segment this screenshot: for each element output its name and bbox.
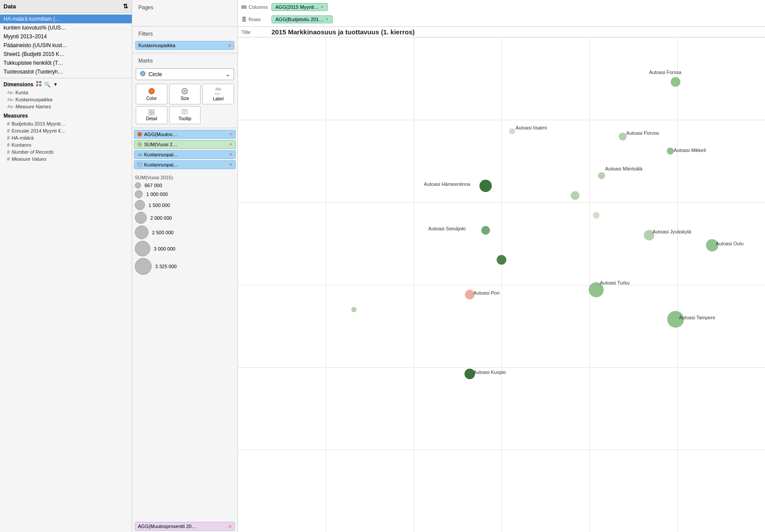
columns-label: Columns <box>249 4 267 10</box>
measure-item-0[interactable]: #Budjetoitu 2015 Myynti… <box>0 120 132 127</box>
legend-items: 667 0001 000 0001 500 0002 000 0002 500 … <box>135 181 235 276</box>
data-source-item-paaineisto[interactable]: Pääaineisto (UUSIN kust… <box>0 41 132 50</box>
dimensions-grid-icon[interactable] <box>36 81 41 88</box>
data-source-item-sheet1[interactable]: Sheet1 (Budjetti 2015 K… <box>0 50 132 59</box>
sort-icon[interactable]: ⇅ <box>123 3 128 10</box>
bubble-seinajoki2[interactable] <box>497 255 506 265</box>
label-button[interactable]: Abc123 Label <box>202 84 234 104</box>
measures-label: Measures <box>0 110 132 120</box>
marks-dropdown-arrow: ⌄ <box>226 71 230 78</box>
dimensions-section: Dimensions 🔍 ▼ AbcKuntaAbcKustannuspaikk… <box>0 78 132 110</box>
pill-remove-3[interactable]: ✕ <box>229 163 233 167</box>
svg-rect-28 <box>242 20 246 22</box>
legend-item-5: 3 000 000 <box>135 240 235 257</box>
svg-point-9 <box>184 90 186 92</box>
rows-pill[interactable]: AGG(Budjetoitu 201… ✕ <box>271 15 333 23</box>
bubble-label-forssa: Autoasi Forssa <box>649 70 681 75</box>
svg-rect-23 <box>241 5 243 9</box>
bubble-label-hameenlinna: Autoasi Hämeenlinna <box>424 181 470 187</box>
dimension-item-1[interactable]: AbcKustannuspaikka <box>0 96 132 103</box>
bubble-label-iisalmi: Autoasi Iisalmi <box>516 125 547 130</box>
bubble-turku[interactable] <box>589 282 604 297</box>
bubble-forssa[interactable] <box>671 77 680 87</box>
bubble-mantsala3[interactable] <box>593 212 600 219</box>
chart-area[interactable]: Autoasi ForssaAutoasi PorvooAutoasi Mikk… <box>238 37 765 532</box>
measure-item-3[interactable]: #Kuntanro <box>0 141 132 148</box>
bubble-label-porvoo: Autoasi Porvoo <box>626 130 659 136</box>
data-source-item-tukkupisteet[interactable]: Tukkupistee henkilöt (T… <box>0 59 132 67</box>
detail-button[interactable]: Detail <box>136 106 167 124</box>
svg-point-17 <box>137 132 142 137</box>
marks-pill-3[interactable]: Kustannuspai… ✕ <box>134 160 236 169</box>
size-button[interactable]: Size <box>169 84 201 104</box>
measure-item-4[interactable]: #Number of Records <box>0 148 132 155</box>
pill-remove-0[interactable]: ✕ <box>229 132 233 137</box>
bubble-seinajoki[interactable] <box>481 226 490 235</box>
marks-buttons: Color Size Abc123 Label Detail Tooltip <box>134 82 236 126</box>
bubble-pori[interactable] <box>465 290 475 299</box>
svg-rect-14 <box>182 110 187 114</box>
marks-type-dropdown[interactable]: Circle ⌄ <box>136 68 234 80</box>
dimension-item-0[interactable]: AbcKunta <box>0 89 132 96</box>
dimensions-search-icon[interactable]: 🔍 <box>44 81 51 88</box>
legend-bottom-remove[interactable]: ✕ <box>228 524 232 529</box>
data-source-item-ha-maara[interactable]: HA-määrä kunnittain (… <box>0 15 132 23</box>
rows-pill-remove[interactable]: ✕ <box>325 17 329 22</box>
dimensions-label: Dimensions 🔍 ▼ <box>0 78 132 89</box>
pill-remove-2[interactable]: ✕ <box>229 152 233 157</box>
bubble-kuopio[interactable] <box>464 369 475 379</box>
svg-rect-3 <box>39 84 41 86</box>
legend-item-2: 1 500 000 <box>135 199 235 211</box>
grid-line-v-5 <box>677 37 678 532</box>
rows-pill-label: AGG(Budjetoitu 201… <box>275 17 323 22</box>
left-panel: Data ⇅ HA-määrä kunnittain (…kuntien luo… <box>0 0 132 532</box>
svg-point-7 <box>150 89 153 93</box>
color-button[interactable]: Color <box>136 84 167 104</box>
bubble-hameenlinna[interactable] <box>479 180 492 192</box>
measure-item-2[interactable]: #HA-määrä <box>0 134 132 141</box>
chart-title: 2015 Markkinaosuus ja tuottavuus (1. kie… <box>271 28 415 36</box>
measure-item-1[interactable]: #Ennuste 2014 Myynti €… <box>0 127 132 134</box>
marks-pill-0[interactable]: AGG(Muutos… ✕ <box>134 130 236 139</box>
bubble-tampere[interactable] <box>667 311 684 328</box>
filters-label: Filters <box>134 28 236 40</box>
bubble-small1[interactable] <box>351 307 357 312</box>
bubble-label-mantsala: Autoasi Mäntsälä <box>605 166 642 171</box>
marks-pill-1[interactable]: SUM(Vuosi 2… ✕ <box>134 140 236 149</box>
filter-remove-icon[interactable]: ✕ <box>228 43 231 48</box>
data-source-item-myynti[interactable]: Myynti 2013–2014 <box>0 32 132 41</box>
legend-area: SUM(Vuosi 2015) 667 0001 000 0001 500 00… <box>132 171 238 521</box>
tooltip-button[interactable]: Tooltip <box>169 106 201 124</box>
data-source-item-tuoteosastot[interactable]: Tuoteosastot (Tuoteryh… <box>0 67 132 76</box>
title-row: Title 2015 Markkinaosuus ja tuottavuus (… <box>238 27 765 37</box>
svg-rect-10 <box>149 110 151 112</box>
legend-item-6: 3 325 000 <box>135 257 235 276</box>
pill-remove-1[interactable]: ✕ <box>229 142 233 147</box>
bubble-iisalmi[interactable] <box>509 128 515 134</box>
data-source-item-kuntien[interactable]: kuntien luovutus% (UUS… <box>0 23 132 32</box>
svg-rect-27 <box>242 18 246 20</box>
columns-shelf: Columns AGG(2015 Myynti… ✕ <box>238 1 765 13</box>
bubble-label-jyvaskyla: Autoasi Jyväskylä <box>653 229 691 234</box>
columns-pill-remove[interactable]: ✕ <box>320 5 324 9</box>
bubble-mikkeli[interactable] <box>667 148 674 155</box>
legend-item-4: 2 500 000 <box>135 225 235 240</box>
bubble-mantsala2[interactable] <box>571 191 579 200</box>
grid-line-v-4 <box>589 37 590 532</box>
bubble-jyvaskyla[interactable] <box>644 230 654 240</box>
dimensions-dropdown-icon[interactable]: ▼ <box>53 82 58 87</box>
right-panel: Columns AGG(2015 Myynti… ✕ Rows AGG(Budj… <box>238 0 765 532</box>
filter-kustannuspaikka[interactable]: Kustannuspaikka ✕ <box>135 41 234 50</box>
columns-pill[interactable]: AGG(2015 Myynti… ✕ <box>271 3 328 11</box>
legend-bottom-pill[interactable]: AGG(Muutosprosentti 20… ✕ <box>135 522 235 531</box>
dimension-item-2[interactable]: AbcMeasure Names <box>0 103 132 110</box>
bubble-label-oulu: Autoasi Oulu <box>716 241 743 246</box>
measure-item-5[interactable]: #Measure Values <box>0 155 132 163</box>
marks-pill-2[interactable]: Abc Kustannuspai… ✕ <box>134 150 236 159</box>
bubble-mantsala[interactable] <box>598 172 605 179</box>
bubble-label-seinajoki: Autoasi Seinäjoki <box>428 226 465 231</box>
bubble-porvoo[interactable] <box>619 133 627 140</box>
pages-area: Pages <box>132 0 238 26</box>
bubble-oulu[interactable] <box>706 239 718 251</box>
svg-point-18 <box>138 143 141 146</box>
